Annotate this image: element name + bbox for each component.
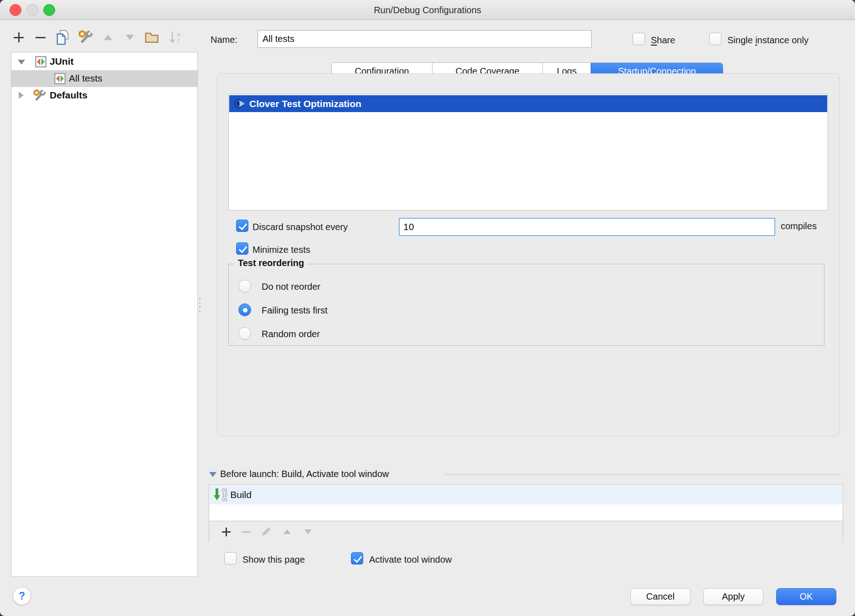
- help-button[interactable]: ?: [13, 587, 31, 605]
- before-launch-list: 01 10 01 Build: [209, 484, 843, 542]
- arrow-down-icon: [304, 529, 312, 534]
- name-input[interactable]: [258, 30, 592, 48]
- test-reordering-group: Test reordering Do not reorder Failing t…: [228, 264, 824, 346]
- name-label: Name:: [211, 35, 237, 45]
- minimize-tests-checkbox[interactable]: [236, 242, 248, 255]
- radio-random-order[interactable]: [238, 327, 251, 340]
- before-launch-divider: [444, 474, 842, 475]
- tree-item-label: Defaults: [50, 90, 88, 101]
- before-launch-collapse-icon[interactable]: [209, 472, 216, 477]
- new-folder-button[interactable]: [142, 28, 161, 46]
- share-checkbox[interactable]: [633, 33, 645, 45]
- edit-defaults-button[interactable]: [76, 28, 95, 46]
- arrow-up-icon: [283, 529, 291, 534]
- copy-configuration-button[interactable]: [53, 28, 72, 46]
- radio-label: Do not reorder: [262, 282, 320, 292]
- compiles-unit-label: compiles: [781, 221, 817, 231]
- radio-failing-tests-first[interactable]: [238, 303, 251, 316]
- before-launch-item-label: Build: [230, 489, 252, 500]
- run-debug-configurations-dialog: Run/Debug Configurations: [0, 0, 855, 616]
- apply-button[interactable]: Apply: [703, 588, 763, 605]
- startup-connection-panel: Clover Test Optimization Discard snapsho…: [217, 73, 840, 436]
- share-label: Share: [651, 35, 675, 46]
- test-reordering-title: Test reordering: [234, 258, 308, 268]
- wrench-icon: [32, 89, 46, 103]
- show-this-page-checkbox[interactable]: [224, 552, 237, 565]
- discard-snapshot-checkbox[interactable]: [236, 220, 248, 232]
- arrow-down-icon: [126, 35, 134, 40]
- radio-do-not-reorder[interactable]: [238, 280, 251, 293]
- tree-item-defaults[interactable]: Defaults: [11, 87, 197, 104]
- activate-tool-window-checkbox[interactable]: [351, 552, 363, 565]
- arrow-up-icon: [104, 35, 112, 40]
- wrench-icon: [77, 30, 93, 45]
- tree-expand-icon[interactable]: [18, 60, 25, 65]
- minus-icon: [36, 32, 46, 42]
- plus-icon: [222, 528, 231, 536]
- copy-icon: [55, 30, 70, 45]
- build-icon: 01 10 01: [213, 488, 227, 502]
- add-task-button[interactable]: [217, 523, 235, 540]
- plus-icon: [14, 32, 24, 42]
- activate-tool-window-label: Activate tool window: [369, 554, 452, 565]
- pencil-icon: [261, 526, 272, 537]
- move-down-button[interactable]: [120, 28, 139, 46]
- minus-icon: [242, 531, 251, 533]
- sort-configurations-button[interactable]: a z: [165, 28, 184, 46]
- list-item-label: Clover Test Optimization: [249, 98, 361, 109]
- before-launch-header: Before launch: Build, Activate tool wind…: [220, 469, 389, 479]
- configurations-tree: JUnit All tests Defaults: [11, 52, 198, 577]
- add-configuration-button[interactable]: [9, 28, 28, 46]
- junit-icon: [54, 73, 66, 84]
- sort-alphabetically-icon: a z: [169, 31, 180, 44]
- junit-icon: [35, 56, 46, 67]
- tree-item-label: JUnit: [50, 56, 74, 67]
- edit-task-button[interactable]: [258, 523, 275, 540]
- tree-item-junit[interactable]: JUnit: [11, 53, 197, 70]
- remove-configuration-button[interactable]: [31, 28, 50, 46]
- discard-snapshot-label: Discard snapshot every: [252, 222, 348, 232]
- tree-item-all-tests[interactable]: All tests: [11, 70, 197, 87]
- show-this-page-label: Show this page: [242, 554, 305, 565]
- clover-icon: [233, 98, 246, 110]
- single-instance-label: Single instance only: [727, 35, 809, 46]
- panel-splitter-handle[interactable]: [197, 295, 202, 313]
- discard-snapshot-input[interactable]: [399, 218, 775, 236]
- before-launch-item-build[interactable]: 01 10 01 Build: [210, 485, 842, 504]
- move-up-button[interactable]: [98, 28, 118, 46]
- window-title: Run/Debug Configurations: [0, 0, 855, 20]
- minimize-tests-label: Minimize tests: [252, 245, 310, 255]
- tree-item-label: All tests: [69, 73, 103, 84]
- cancel-button[interactable]: Cancel: [630, 588, 690, 605]
- radio-label: Failing tests first: [262, 305, 327, 316]
- tree-collapse-icon[interactable]: [19, 92, 24, 99]
- title-bar: Run/Debug Configurations: [0, 0, 855, 20]
- radio-label: Random order: [262, 329, 320, 339]
- startup-items-list: Clover Test Optimization: [228, 94, 828, 210]
- move-task-down-button[interactable]: [299, 523, 317, 540]
- single-instance-checkbox[interactable]: [709, 33, 721, 45]
- folder-icon: [144, 31, 159, 44]
- move-task-up-button[interactable]: [278, 523, 296, 540]
- remove-task-button[interactable]: [237, 523, 255, 540]
- ok-button[interactable]: OK: [776, 588, 836, 605]
- list-item-clover[interactable]: Clover Test Optimization: [229, 95, 827, 112]
- before-launch-toolbar: [209, 521, 843, 542]
